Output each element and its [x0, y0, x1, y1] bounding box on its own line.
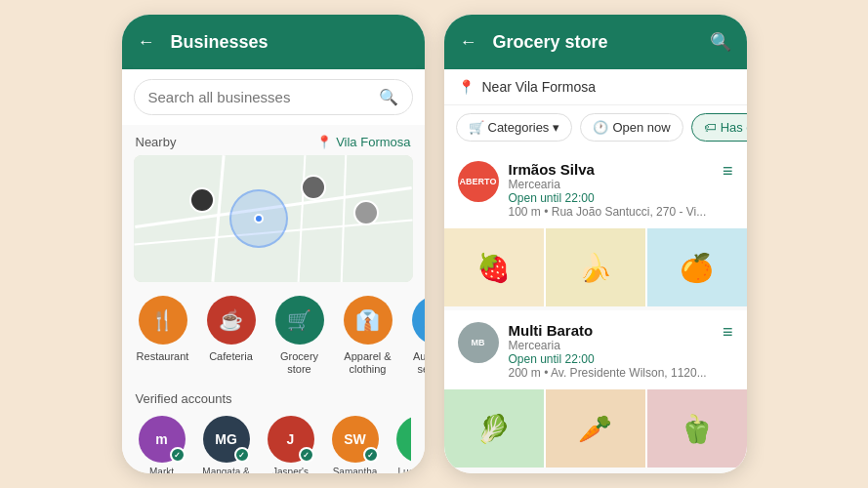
search-icon[interactable]: 🔍: [379, 88, 398, 106]
verified-badge: ✓: [234, 447, 250, 463]
product-image: 🍌: [546, 228, 645, 306]
verified-badge: ✓: [299, 447, 314, 463]
verified-item-mangata[interactable]: MG ✓ Mangata & Gallo: [200, 416, 253, 473]
map-street: [212, 155, 226, 282]
business-top: MB Multi Barato Mercearia Open until 22:…: [458, 322, 733, 380]
business-type: Mercearia: [509, 178, 713, 191]
business-name: Irmãos Silva: [509, 161, 713, 178]
location-banner: 📍 Near Vila Formosa: [444, 69, 747, 105]
category-label-grocery: Grocery store: [272, 350, 327, 376]
business-address: 100 m • Rua João Santucci, 270 - Vi...: [509, 205, 713, 219]
back-button[interactable]: ←: [460, 32, 477, 53]
chip-label-has_catalog: Has catalog: [721, 120, 747, 135]
map-area: [134, 155, 413, 282]
verified-avatar-jaspers: J ✓: [268, 416, 314, 463]
catalog-icon: ≡: [723, 322, 733, 343]
search-container: 🔍: [122, 69, 425, 125]
verified-avatar-mangata: MG ✓: [203, 416, 250, 463]
verified-item-lucky[interactable]: LS ✓ Lucky S...: [393, 416, 411, 473]
verified-avatar-samantha: SW ✓: [332, 416, 379, 463]
verified-badge: ✓: [170, 447, 186, 463]
verified-avatar-markt: m ✓: [139, 416, 186, 463]
map-street: [298, 155, 307, 282]
filter-chip-categories[interactable]: 🛒 Categories ▾: [456, 113, 573, 142]
verified-name-jaspers: Jasper's Market: [265, 467, 317, 473]
search-input[interactable]: [148, 89, 371, 105]
verified-row: m ✓ Markt MG ✓ Mangata & Gallo J ✓ Jaspe…: [136, 416, 411, 473]
catalog-icon: ≡: [723, 161, 733, 182]
map-background: [134, 155, 413, 282]
chip-icon-open_now: 🕐: [593, 120, 608, 135]
chip-icon-categories: 🛒: [469, 120, 484, 135]
product-image: 🥕: [546, 389, 645, 468]
business-address: 200 m • Av. Presidente Wilson, 1120...: [509, 366, 713, 380]
categories-row: 🍴 Restaurant ☕ Cafeteria 🛒 Grocery store…: [122, 282, 425, 382]
category-icon-apparel: 👔: [344, 296, 393, 345]
chip-label-categories: Categories: [488, 120, 550, 135]
business-info-irmaos-silva: Irmãos Silva Mercearia Open until 22:00 …: [509, 161, 713, 219]
business-avatar-irmaos-silva: ABERTO: [458, 161, 499, 202]
product-image: 🫑: [647, 389, 747, 468]
verified-badge: ✓: [363, 447, 379, 463]
location-text: Near Vila Formosa: [482, 79, 596, 95]
verified-item-jaspers[interactable]: J ✓ Jasper's Market: [265, 416, 317, 473]
product-image: 🥬: [444, 389, 544, 468]
category-item-apparel[interactable]: 👔 Apparel & clothing: [341, 296, 395, 376]
map-pin: [353, 200, 379, 225]
verified-name-lucky: Lucky S...: [398, 467, 411, 473]
phone1-header: ← Businesses: [122, 15, 425, 69]
map-street: [341, 155, 348, 282]
product-images-multi-barato: 🥬🥕🫑: [444, 389, 747, 468]
business-status: Open until 22:00: [509, 191, 713, 205]
business-type: Mercearia: [509, 339, 713, 352]
business-top: ABERTO Irmãos Silva Mercearia Open until…: [458, 161, 733, 219]
filter-chip-open_now[interactable]: 🕐 Open now: [580, 113, 682, 142]
location-pin-icon: 📍: [316, 135, 332, 149]
business-card-irmaos-silva[interactable]: ABERTO Irmãos Silva Mercearia Open until…: [444, 149, 747, 306]
chip-label-open_now: Open now: [612, 120, 670, 135]
category-item-restaurant[interactable]: 🍴 Restaurant: [136, 296, 190, 376]
verified-section: Verified accounts m ✓ Markt MG ✓ Mangata…: [122, 382, 425, 473]
category-icon-grocery: 🛒: [275, 296, 324, 345]
business-list: ABERTO Irmãos Silva Mercearia Open until…: [444, 149, 747, 473]
product-image: 🍓: [444, 228, 544, 306]
page-title: Businesses: [171, 32, 269, 53]
category-item-cafeteria[interactable]: ☕ Cafeteria: [204, 296, 259, 376]
location-label: 📍 Vila Formosa: [316, 135, 410, 149]
verified-item-samantha[interactable]: SW ✓ Samantha Weber: [329, 416, 382, 473]
product-image: 🍊: [647, 228, 747, 306]
verified-avatar-lucky: LS ✓: [396, 416, 411, 463]
search-icon[interactable]: 🔍: [710, 31, 731, 53]
phone1-content: Nearby 📍 Vila Formosa 🍴 R: [122, 125, 425, 473]
filter-chip-has_catalog[interactable]: 🏷 Has catalog: [691, 113, 747, 142]
back-button[interactable]: ←: [138, 32, 155, 53]
product-images-irmaos-silva: 🍓🍌🍊: [444, 228, 747, 306]
map-user-location: [254, 214, 264, 224]
page-title: Grocery store: [493, 32, 608, 53]
phone2-header: ← Grocery store 🔍: [444, 15, 747, 69]
category-item-auto[interactable]: 🚗 Automo... servic...: [409, 296, 425, 376]
verified-name-samantha: Samantha Weber: [329, 467, 382, 473]
verified-item-markt[interactable]: m ✓ Markt: [136, 416, 188, 473]
search-bar[interactable]: 🔍: [134, 79, 413, 115]
category-label-restaurant: Restaurant: [137, 350, 189, 363]
business-info-multi-barato: Multi Barato Mercearia Open until 22:00 …: [509, 322, 713, 380]
category-label-auto: Automo... servic...: [409, 350, 425, 376]
business-name: Multi Barato: [509, 322, 713, 339]
category-icon-restaurant: 🍴: [139, 296, 187, 345]
phone-grocery: ← Grocery store 🔍 📍 Near Vila Formosa 🛒 …: [444, 15, 747, 473]
dropdown-icon: ▾: [553, 120, 559, 135]
category-icon-auto: 🚗: [412, 296, 425, 345]
map-pin: [301, 175, 326, 200]
filter-chips: 🛒 Categories ▾ 🕐 Open now 🏷 Has catalog: [444, 105, 747, 149]
verified-name-mangata: Mangata & Gallo: [200, 467, 253, 473]
verified-name-markt: Markt: [149, 467, 174, 473]
business-status: Open until 22:00: [509, 352, 713, 366]
nearby-label: Nearby: [136, 135, 177, 149]
category-label-cafeteria: Cafeteria: [209, 350, 253, 363]
map-pin: [189, 187, 215, 213]
category-item-grocery[interactable]: 🛒 Grocery store: [272, 296, 327, 376]
chip-icon-has_catalog: 🏷: [704, 120, 717, 135]
phone-businesses: ← Businesses 🔍 Nearby 📍 Vila Formosa: [122, 15, 425, 473]
business-card-multi-barato[interactable]: MB Multi Barato Mercearia Open until 22:…: [444, 310, 747, 468]
